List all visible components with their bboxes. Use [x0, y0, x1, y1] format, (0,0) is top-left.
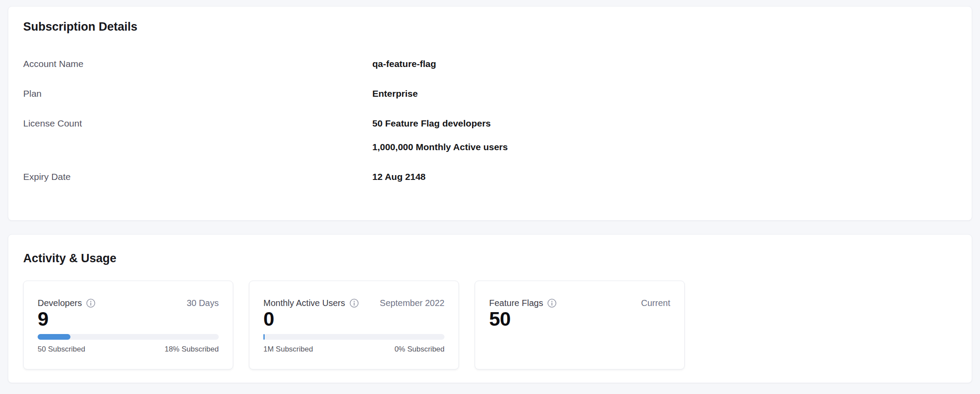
mau-card-period: September 2022	[380, 298, 444, 308]
developers-card: Developers 30 Days 9 50 Subscribed 18% S…	[23, 281, 233, 369]
subscription-row-account-name: Account Name qa-feature-flag	[23, 59, 957, 69]
info-icon[interactable]	[86, 299, 95, 308]
feature-flags-card: Feature Flags Current 50	[475, 281, 685, 369]
developers-progress-track	[38, 334, 219, 340]
info-icon[interactable]	[547, 299, 556, 308]
license-count-developers-value: 50 Feature Flag developers	[372, 119, 508, 128]
mau-card-header: Monthly Active Users September 2022	[263, 298, 444, 308]
developers-card-title: Developers	[38, 298, 82, 308]
mau-card-footer: 1M Subscribed 0% Subscribed	[263, 345, 444, 354]
mau-subscribed-percent: 0% Subscribed	[395, 345, 444, 354]
subscription-row-license-count: License Count 50 Feature Flag developers…	[23, 119, 957, 152]
developers-card-period: 30 Days	[187, 298, 219, 308]
developers-card-header: Developers 30 Days	[38, 298, 219, 308]
plan-value: Enterprise	[372, 89, 418, 98]
expiry-date-label: Expiry Date	[23, 172, 372, 182]
developers-card-footer: 50 Subscribed 18% Subscribed	[38, 345, 219, 354]
activity-usage-panel: Activity & Usage Developers 30 Days 9 50…	[8, 234, 972, 383]
developers-subscribed-count: 50 Subscribed	[38, 345, 85, 354]
developers-count: 9	[38, 310, 219, 329]
subscription-row-expiry-date: Expiry Date 12 Aug 2148	[23, 172, 957, 182]
mau-progress-fill	[263, 334, 265, 340]
subscription-details-title: Subscription Details	[23, 20, 957, 34]
plan-label: Plan	[23, 89, 372, 98]
mau-subscribed-count: 1M Subscribed	[263, 345, 313, 354]
monthly-active-users-card: Monthly Active Users September 2022 0 1M…	[249, 281, 459, 369]
feature-flags-card-header: Feature Flags Current	[489, 298, 670, 308]
license-count-mau-value: 1,000,000 Monthly Active users	[372, 142, 508, 152]
developers-subscribed-percent: 18% Subscribed	[164, 345, 219, 354]
usage-cards-row: Developers 30 Days 9 50 Subscribed 18% S…	[23, 281, 957, 369]
subscription-row-plan: Plan Enterprise	[23, 89, 957, 98]
developers-progress-fill	[38, 334, 70, 340]
info-icon[interactable]	[350, 299, 359, 308]
mau-progress-track	[263, 334, 444, 340]
subscription-details-panel: Subscription Details Account Name qa-fea…	[8, 6, 972, 221]
account-name-label: Account Name	[23, 59, 372, 69]
feature-flags-card-period: Current	[641, 298, 670, 308]
expiry-date-value: 12 Aug 2148	[372, 172, 426, 182]
mau-count: 0	[263, 310, 444, 329]
feature-flags-card-title: Feature Flags	[489, 298, 543, 308]
activity-usage-title: Activity & Usage	[23, 251, 957, 265]
account-name-value: qa-feature-flag	[372, 59, 436, 69]
mau-card-title: Monthly Active Users	[263, 298, 345, 308]
license-count-label: License Count	[23, 119, 372, 128]
feature-flags-count: 50	[489, 310, 670, 329]
